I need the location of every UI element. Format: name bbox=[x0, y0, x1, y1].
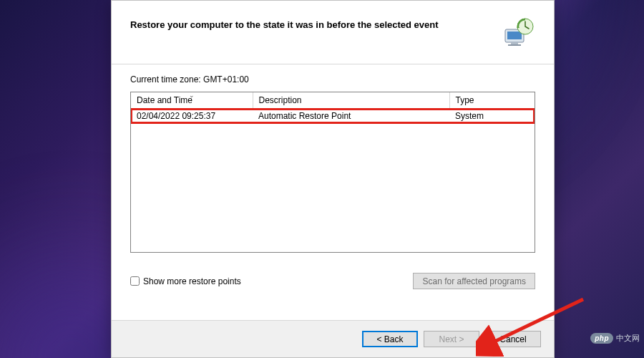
show-more-restore-points-option[interactable]: Show more restore points bbox=[130, 276, 241, 286]
svg-rect-1 bbox=[507, 32, 522, 39]
column-header-date[interactable]: ⌄ Date and Time bbox=[131, 92, 253, 109]
timezone-label: Current time zone: GMT+01:00 bbox=[130, 74, 535, 84]
column-header-date-label: Date and Time bbox=[137, 95, 192, 105]
system-restore-icon bbox=[501, 16, 535, 51]
column-header-type-label: Type bbox=[456, 95, 474, 105]
column-header-type[interactable]: Type bbox=[449, 92, 535, 109]
svg-rect-2 bbox=[511, 42, 518, 44]
column-header-description-label: Description bbox=[259, 95, 302, 105]
restore-points-table-container: ⌄ Date and Time Description Type 02/04/2… bbox=[130, 92, 535, 253]
cell-type: System bbox=[449, 109, 535, 124]
dialog-title: Restore your computer to the state it wa… bbox=[130, 16, 439, 30]
cancel-button[interactable]: Cancel bbox=[485, 331, 541, 347]
back-button[interactable]: < Back bbox=[362, 331, 418, 347]
show-more-label: Show more restore points bbox=[143, 276, 241, 286]
column-header-description[interactable]: Description bbox=[253, 92, 449, 109]
show-more-checkbox[interactable] bbox=[130, 276, 140, 286]
scan-affected-programs-button[interactable]: Scan for affected programs bbox=[413, 273, 535, 289]
sort-indicator-icon: ⌄ bbox=[189, 92, 195, 99]
cell-date: 02/04/2022 09:25:37 bbox=[131, 109, 253, 124]
restore-points-table: ⌄ Date and Time Description Type 02/04/2… bbox=[131, 92, 535, 123]
watermark-text: 中文网 bbox=[616, 333, 640, 344]
dialog-footer: < Back Next > Cancel bbox=[112, 320, 554, 357]
next-button[interactable]: Next > bbox=[424, 331, 479, 347]
options-row: Show more restore points Scan for affect… bbox=[130, 273, 535, 298]
watermark: php 中文网 bbox=[590, 333, 640, 344]
svg-rect-3 bbox=[508, 44, 521, 46]
cell-description: Automatic Restore Point bbox=[253, 109, 449, 124]
watermark-badge: php bbox=[590, 333, 613, 344]
dialog-header: Restore your computer to the state it wa… bbox=[112, 1, 554, 64]
restore-point-row[interactable]: 02/04/2022 09:25:37 Automatic Restore Po… bbox=[131, 109, 535, 124]
dialog-content: Current time zone: GMT+01:00 ⌄ Date and … bbox=[112, 64, 554, 320]
system-restore-dialog: Restore your computer to the state it wa… bbox=[111, 0, 555, 358]
